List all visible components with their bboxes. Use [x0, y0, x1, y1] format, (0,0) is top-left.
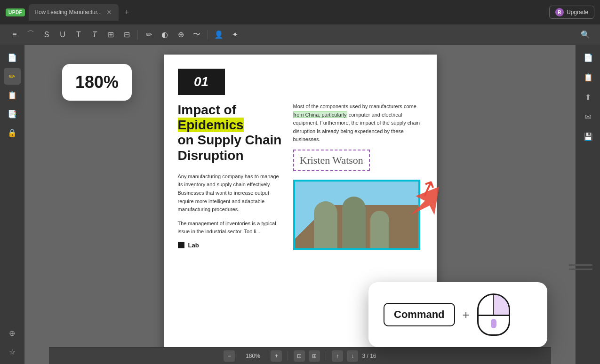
image-container: ↖ [293, 180, 423, 250]
close-tab-icon[interactable]: ✕ [105, 8, 113, 16]
right-body-text: Most of the components used by manufactu… [293, 103, 423, 144]
headline-line3: on Supply Chain [178, 133, 282, 147]
sidebar-icon-bookmark[interactable]: ☆ [4, 343, 21, 360]
doc-area: 180% 01 Impact of Epidemics on Supply Ch… [24, 45, 576, 364]
prev-page-button[interactable]: ↑ [332, 350, 343, 362]
app-logo: UPDF [6, 8, 25, 16]
red-arrow-shape [406, 182, 434, 210]
sidebar-icon-layers[interactable]: ⊕ [4, 324, 21, 341]
user-avatar: R [555, 8, 564, 16]
toolbar-strikethrough-icon[interactable]: S [40, 28, 54, 42]
right-icon-mail[interactable]: ✉ [580, 108, 597, 125]
mouse-icon [477, 293, 510, 336]
headline-line1: Impact of [178, 103, 236, 117]
sidebar-bottom: ⊕ ☆ [4, 324, 21, 360]
command-popup: Command + [368, 282, 547, 347]
toolbar-table2-icon[interactable]: ⊟ [120, 28, 134, 42]
toolbar-draw-icon[interactable]: ⌒ [24, 28, 38, 42]
page-indicator: 3 / 16 [362, 353, 376, 359]
new-tab-button[interactable]: + [124, 8, 129, 17]
toolbar-sep1 [137, 30, 138, 40]
left-column: Impact of Epidemics on Supply Chain Disr… [178, 103, 284, 250]
toolbar: ≡ ⌒ S U T T ⊞ ⊟ ✏ ◐ ⊕ 〜 👤 ✦ 🔍 [0, 24, 600, 45]
headline-line2: Epidemics [178, 118, 244, 132]
bottom-toolbar: − 180% + ⊡ ⊞ ↑ ↓ 3 / 16 [49, 347, 551, 364]
page-number-text: 01 [194, 74, 208, 89]
toolbar-sign-icon[interactable]: ✦ [228, 28, 242, 42]
body-text-2: The management of inventories is a typic… [178, 220, 284, 236]
body-text-1: Any manufacturing company has to manage … [178, 173, 284, 214]
right-icon-save[interactable]: 💾 [580, 128, 597, 145]
mouse-left-button [479, 295, 494, 315]
title-bar: UPDF How Leading Manufactur... ✕ + R Upg… [0, 0, 600, 24]
signature-text: Kristen Watson [300, 154, 363, 166]
headline-line4: Disruption [178, 148, 244, 163]
highlighted-text: from China, particularly [293, 111, 347, 118]
page-number-box: 01 [178, 69, 225, 95]
mouse-body [479, 328, 509, 334]
sidebar-icon-pages[interactable]: 📄 [4, 49, 21, 66]
zoom-out-button[interactable]: − [224, 350, 235, 362]
line-2 [569, 269, 592, 270]
toolbar-user-icon[interactable]: 👤 [212, 28, 226, 42]
label-row: Lab [178, 242, 284, 249]
page-sep [326, 351, 326, 361]
sidebar-icon-protect[interactable]: 🔒 [4, 124, 21, 141]
sidebar-icon-organize[interactable]: 📑 [4, 105, 21, 122]
toolbar-pen-icon[interactable]: ✏ [142, 28, 156, 42]
right-icon-clipboard[interactable]: 📋 [580, 69, 597, 86]
upgrade-label: Upgrade [567, 9, 588, 16]
sidebar-icon-edit[interactable]: ✏ [4, 68, 21, 85]
plus-icon: + [463, 308, 470, 322]
silo-3 [370, 211, 389, 248]
toolbar-underline-icon[interactable]: U [56, 28, 70, 42]
mouse-wheel [491, 319, 496, 328]
headline: Impact of Epidemics on Supply Chain Disr… [178, 103, 284, 163]
page-content: Impact of Epidemics on Supply Chain Disr… [178, 103, 423, 250]
toolbar-circle-icon[interactable]: ◐ [158, 28, 172, 42]
toolbar-text-t-icon[interactable]: T [72, 28, 86, 42]
fit-width-button[interactable]: ⊡ [294, 350, 305, 362]
zoom-popup: 180% [62, 64, 132, 101]
document-tab[interactable]: How Leading Manufactur... ✕ [29, 4, 119, 21]
right-sidebar: 📄 📋 ⬆ ✉ 💾 [576, 45, 600, 364]
nav-sep [288, 351, 288, 361]
toolbar-text-t2-icon[interactable]: T [88, 28, 102, 42]
label-text: Lab [188, 242, 199, 249]
tab-title: How Leading Manufactur... [34, 9, 102, 16]
toolbar-search-icon[interactable]: 🔍 [578, 28, 592, 42]
toolbar-plus-icon[interactable]: ⊕ [174, 28, 188, 42]
silo-2 [342, 197, 366, 248]
label-square-icon [178, 242, 184, 248]
right-icon-document[interactable]: 📄 [580, 49, 597, 66]
next-page-button[interactable]: ↓ [347, 350, 358, 362]
industrial-image [293, 180, 420, 250]
zoom-in-button[interactable]: + [271, 350, 282, 362]
command-key: Command [384, 303, 455, 326]
line-1 [569, 264, 592, 266]
signature-box: Kristen Watson [293, 150, 370, 171]
decorative-lines [569, 264, 592, 270]
toolbar-text-icon[interactable]: ≡ [8, 28, 22, 42]
main-layout: 📄 ✏ 📋 📑 🔒 ⊕ ☆ 180% 01 Impact [0, 45, 600, 364]
mouse-right-button [494, 295, 509, 315]
sidebar-icon-annotate[interactable]: 📋 [4, 87, 21, 103]
upgrade-button[interactable]: R Upgrade [549, 6, 594, 19]
toolbar-sep2 [208, 30, 208, 40]
right-icon-upload[interactable]: ⬆ [580, 88, 597, 105]
left-sidebar: 📄 ✏ 📋 📑 🔒 ⊕ ☆ [0, 45, 24, 364]
zoom-display: 180% [239, 353, 267, 359]
mouse-buttons [479, 295, 509, 316]
silo-1 [314, 201, 337, 248]
fit-page-button[interactable]: ⊞ [309, 350, 320, 362]
zoom-value: 180% [75, 72, 119, 92]
toolbar-table-icon[interactable]: ⊞ [104, 28, 118, 42]
toolbar-wave-icon[interactable]: 〜 [190, 28, 204, 42]
right-column: Most of the components used by manufactu… [293, 103, 423, 250]
